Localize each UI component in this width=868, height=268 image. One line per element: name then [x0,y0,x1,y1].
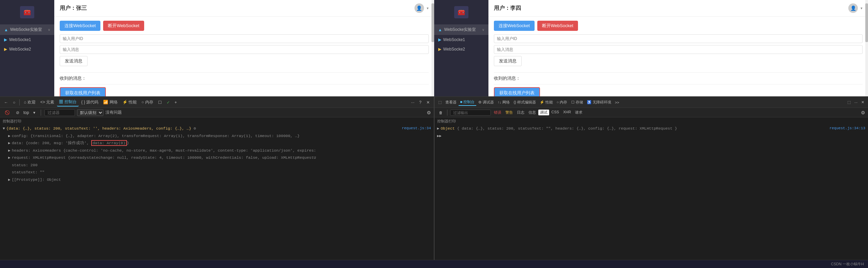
dt-right-more-opts[interactable]: ··· [853,100,859,105]
console-left-caret4: ▶ [8,148,11,154]
console-right-entry1: ▶ Object { data: {…}, status: 200, statu… [437,125,866,132]
dt-left-more[interactable]: ··· [409,99,417,106]
dt-right-perf[interactable]: ⚡ 性能 [538,99,555,106]
sidebar-label-ws1-right: WebSocke1 [443,37,465,42]
dt-right-close[interactable]: ✕ [860,99,866,105]
dt-left-forward[interactable]: ○ [11,99,17,106]
dt-left-elements[interactable]: <> 元素 [38,98,56,106]
devtools-left-toolbar: ← ○ ⌂ 欢迎 <> 元素 ☰ 控制台 { } 源代码 📶 网络 ⚡ 性能 ○… [0,97,434,108]
console-right-link1[interactable]: request.js:34:13 [829,126,865,131]
dt-right-tab-debug[interactable]: 调试 [538,110,549,115]
dt-right-trash[interactable]: 🗑 [437,110,444,115]
console-left-entry4: ▶ headers: AxiosHeaders {cache-control: … [3,147,431,154]
dt-right-accessibility[interactable]: ♿ 无障碍环境 [585,99,613,106]
dt-left-checkbox[interactable]: ☐ [156,99,164,106]
dt-right-style-editor[interactable]: {} 样式编辑器 [512,99,537,106]
dt-left-plus[interactable]: + [173,99,179,106]
right-logo: 🧰 [434,3,488,22]
dt-right-memory[interactable]: ○ 内存 [555,99,569,106]
left-connection-buttons: 连接WebSocket 断开WebSocket [60,21,429,31]
sidebar-item-websocket1-right[interactable]: ▶ WebSocke1 [434,35,488,44]
dt-right-inspect[interactable]: ⬚ [437,99,443,105]
dt-right-tab-warn[interactable]: 警告 [504,110,515,115]
dt-left-console[interactable]: ☰ 控制台 [57,98,78,107]
sidebar-item-websocket1-left[interactable]: ▶ WebSocke1 [0,35,54,44]
left-disconnect-button[interactable]: 断开WebSocket [103,21,144,31]
devtools-right-console: 控制器打印 ▶ Object { data: {…}, status: 200,… [435,117,868,260]
dt-left-back[interactable]: ← [2,99,10,106]
dt-left-network[interactable]: 📶 网络 [101,98,119,106]
sidebar-item-websocket-lab-right[interactable]: ▲ WebSocke实验室 ∨ [434,24,488,35]
dt-right-tab-requests[interactable]: 请求 [573,110,584,115]
left-get-users-button[interactable]: 获取在线用户列表 [60,87,106,96]
dt-right-viewer[interactable]: 查看器 [444,99,458,106]
left-header-dropdown[interactable]: ▾ [427,6,429,11]
right-disconnect-button[interactable]: 断开WebSocket [537,21,578,31]
sidebar-icon-ws1-left: ▶ [4,37,7,42]
dt-right-more[interactable]: >> [613,100,621,105]
left-scrollbar[interactable] [431,0,434,96]
console-right-caret1: ▶ [437,126,440,132]
dt-left-sources[interactable]: { } 源代码 [79,98,101,106]
sidebar-item-websocket-lab-left[interactable]: ▲ WebSocke实验室 ∨ [0,24,54,35]
dt-right-tab-info[interactable]: 信息 [527,110,538,115]
sidebar-item-websocket2-left[interactable]: ▶ WebSocke2 [0,44,54,54]
right-avatar-button[interactable]: 👤 [848,3,858,13]
console-left-text7: statusText: "" [12,169,431,175]
dt-left-gear-icon[interactable]: ⚙ [427,110,431,115]
dt-right-storage[interactable]: ☐ 存储 [570,99,585,106]
dt-left-top-label: top [23,110,29,115]
sidebar-arrow-lab-left: ∨ [48,28,50,32]
right-panel-header: 用户：李四 👤 ▾ [488,0,868,17]
dt-left-clear[interactable]: 🚫 [3,109,12,116]
dt-right-network[interactable]: ↑↓ 网络 [496,99,512,106]
sidebar-icon-ws1-right: ▶ [438,37,441,42]
right-header-dropdown[interactable]: ▾ [861,6,863,11]
console-left-text5: request: XMLHttpRequest {onreadystatecha… [12,155,431,160]
left-divider2 [60,84,429,84]
dt-left-filter-divider [41,110,41,116]
console-left-text2: config: {transitional: {…}, adapter: Arr… [12,133,431,139]
right-send-button[interactable]: 发送消息 [494,56,522,66]
right-scrollbar[interactable] [865,0,868,96]
right-connect-button[interactable]: 连接WebSocket [494,21,535,31]
dt-right-tab-css[interactable]: CSS [550,110,561,115]
left-scroll-thumb [431,3,434,42]
dt-right-debugger[interactable]: ⚙ 调试器 [477,99,496,106]
devtools-left: ← ○ ⌂ 欢迎 <> 元素 ☰ 控制台 { } 源代码 📶 网络 ⚡ 性能 ○… [0,96,434,260]
sidebar-icon-ws2-left: ▶ [4,47,7,52]
console-left-link1[interactable]: request.js:34 [402,126,431,131]
dt-left-green[interactable]: ✓ [165,99,172,106]
dt-right-tab-error[interactable]: 错误 [492,110,503,115]
sidebar-icon-lab-left: ▲ [4,27,8,32]
dt-right-gear-icon[interactable]: ⚙ [861,110,865,115]
left-user-id-input[interactable] [60,34,429,43]
dt-right-tab-xhr[interactable]: XHR [561,110,573,115]
left-avatar-button[interactable]: 👤 [414,3,424,13]
dt-left-level-select[interactable]: 默认级别 [77,109,103,116]
right-divider1 [494,72,863,73]
dt-right-tab-log[interactable]: 日志 [515,110,526,115]
dt-right-responsive[interactable]: ⬚ [846,99,852,105]
console-left-caret5: ▶ [8,155,11,161]
dt-left-welcome[interactable]: ⌂ 欢迎 [22,98,38,106]
right-message-input[interactable] [494,45,863,54]
dt-left-filter-input[interactable] [44,109,75,116]
dt-left-top-dropdown[interactable]: ▾ [31,109,37,116]
sidebar-item-websocket2-right[interactable]: ▶ WebSocke2 [434,44,488,54]
left-send-button[interactable]: 发送消息 [60,56,88,66]
dt-right-console[interactable]: ■ 控制台 [459,99,477,106]
csdn-watermark: CSDN 一枚小蜗牛H [831,262,864,267]
dt-right-filter-input[interactable] [450,110,491,116]
dt-left-filter-icon[interactable]: ⊘ [14,109,21,116]
dt-left-perf[interactable]: ⚡ 性能 [120,98,139,106]
left-connect-button[interactable]: 连接WebSocket [60,21,100,31]
console-right-section-text: 控制器打印 [437,119,456,124]
right-get-users-button[interactable]: 获取在线用户列表 [494,87,540,96]
dt-left-close[interactable]: ✕ [424,99,432,106]
left-message-input[interactable] [60,45,429,54]
dt-left-memory[interactable]: ○ 内存 [139,98,155,106]
console-left-entry1: ▼ {data: {…}, status: 200, statusText: '… [3,125,431,132]
right-user-id-input[interactable] [494,34,863,43]
dt-left-help[interactable]: ? [417,99,424,106]
